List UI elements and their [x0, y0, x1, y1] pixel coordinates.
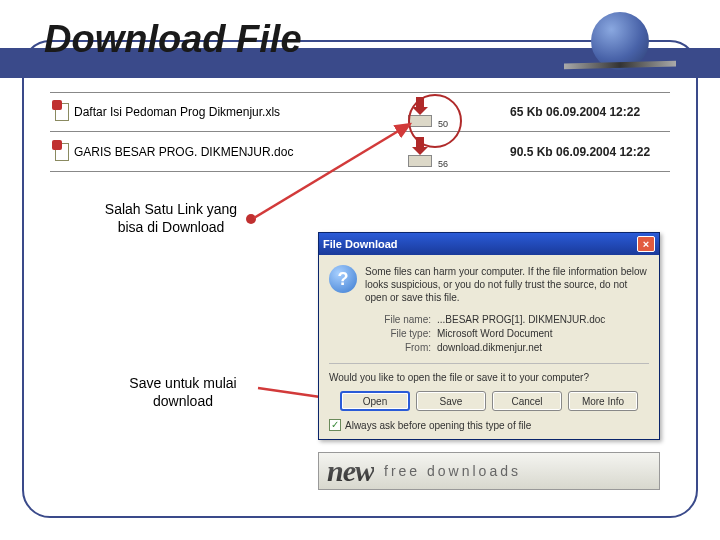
file-name-text: Daftar Isi Pedoman Prog Dikmenjur.xls [74, 105, 280, 119]
checkbox-label: Always ask before opening this type of f… [345, 420, 531, 431]
page-title: Download File [44, 18, 302, 61]
download-count: 56 [438, 159, 448, 169]
save-button[interactable]: Save [416, 391, 486, 411]
checkbox-icon: ✓ [329, 419, 341, 431]
table-row: GARIS BESAR PROG. DIKMENJUR.doc 56 90.5 … [50, 132, 670, 172]
close-button[interactable]: × [637, 236, 655, 252]
more-info-button[interactable]: More Info [568, 391, 638, 411]
question-icon: ? [329, 265, 357, 293]
banner-brand: new [319, 454, 374, 488]
detail-from: download.dikmenjur.net [437, 342, 542, 353]
dialog-titlebar[interactable]: File Download × [319, 233, 659, 255]
close-icon: × [643, 238, 649, 250]
file-name-cell[interactable]: GARIS BESAR PROG. DIKMENJUR.doc [50, 142, 330, 162]
file-name-cell[interactable]: Daftar Isi Pedoman Prog Dikmenjur.xls [50, 102, 330, 122]
callout-circle-icon [408, 94, 462, 148]
file-download-dialog: File Download × ? Some files can harm yo… [318, 232, 660, 440]
warning-text: Some files can harm your computer. If th… [365, 265, 649, 304]
file-meta: 90.5 Kb 06.09.2004 12:22 [510, 145, 690, 159]
table-row: Daftar Isi Pedoman Prog Dikmenjur.xls 50… [50, 92, 670, 132]
detail-filename: ...BESAR PROG[1]. DIKMENJUR.doc [437, 314, 605, 325]
dialog-details: File name:...BESAR PROG[1]. DIKMENJUR.do… [373, 314, 649, 353]
cancel-button[interactable]: Cancel [492, 391, 562, 411]
dialog-prompt: Would you like to open the file or save … [329, 363, 649, 383]
detail-filetype: Microsoft Word Document [437, 328, 552, 339]
file-meta: 65 Kb 06.09.2004 12:22 [510, 105, 690, 119]
callout-dot-icon [246, 214, 256, 224]
logo-globe-icon [574, 12, 666, 76]
caption-link: Salah Satu Link yang bisa di Download [96, 200, 246, 236]
document-icon [54, 102, 70, 122]
document-icon [54, 142, 70, 162]
always-ask-checkbox[interactable]: ✓ Always ask before opening this type of… [329, 419, 649, 431]
banner-tagline: free downloads [384, 463, 521, 479]
caption-save: Save untuk mulai download [108, 374, 258, 410]
ad-banner[interactable]: new free downloads [318, 452, 660, 490]
open-button[interactable]: Open [340, 391, 410, 411]
file-listing-table: Daftar Isi Pedoman Prog Dikmenjur.xls 50… [50, 92, 670, 172]
file-name-text: GARIS BESAR PROG. DIKMENJUR.doc [74, 145, 293, 159]
dialog-title: File Download [323, 238, 398, 250]
